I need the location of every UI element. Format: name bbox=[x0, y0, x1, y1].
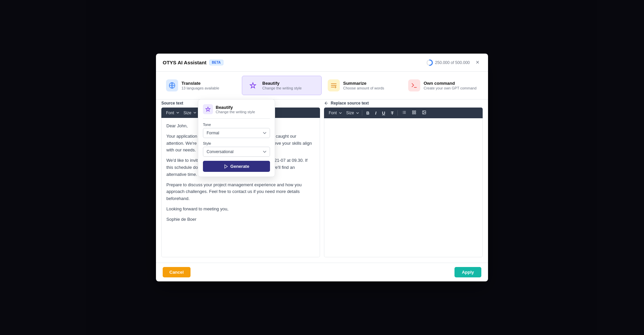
svg-marker-7 bbox=[225, 164, 227, 168]
modal-header: OTYS AI Assistant BETA 250.000 of 500.00… bbox=[156, 54, 488, 72]
tone-select[interactable]: Formal Informal Professional Casual bbox=[203, 128, 270, 138]
replace-bold-btn[interactable]: B bbox=[364, 110, 372, 117]
source-size-select[interactable]: Size bbox=[181, 110, 198, 116]
panel-header-icon bbox=[203, 104, 213, 114]
replace-image-btn[interactable] bbox=[420, 109, 429, 117]
svg-rect-16 bbox=[415, 111, 416, 112]
tool-card-beautify[interactable]: Beautify Change the writing style bbox=[242, 76, 322, 95]
translate-icon bbox=[166, 79, 178, 91]
tool-name-translate: Translate bbox=[181, 81, 219, 86]
tool-name-own: Own command bbox=[424, 81, 477, 86]
source-line5: Looking forward to meeting you, bbox=[166, 206, 315, 213]
modal-overlay: OTYS AI Assistant BETA 250.000 of 500.00… bbox=[0, 0, 644, 335]
replace-tb-sep2 bbox=[397, 110, 398, 116]
replace-toolbar: Font Size B I U T bbox=[324, 108, 483, 118]
svg-rect-18 bbox=[415, 113, 416, 114]
replace-label-text: Replace source text bbox=[331, 101, 369, 106]
tool-desc-summarize: Choose amount of words bbox=[343, 86, 384, 90]
source-font-select[interactable]: Font bbox=[164, 110, 180, 116]
replace-grid-btn[interactable] bbox=[410, 109, 419, 117]
replace-underline-btn[interactable]: U bbox=[380, 110, 387, 117]
tone-label: Tone bbox=[203, 123, 270, 127]
tool-card-translate[interactable]: Translate 13 languages available bbox=[161, 76, 240, 95]
style-label: Style bbox=[203, 141, 270, 145]
cancel-button[interactable]: Cancel bbox=[163, 267, 191, 277]
replace-tb-sep1 bbox=[362, 110, 362, 116]
panel-header: Beautify Change the writing style bbox=[203, 104, 270, 119]
style-select[interactable]: Conversational Descriptive Persuasive Na… bbox=[203, 147, 270, 157]
own-icon bbox=[408, 79, 420, 91]
tool-name-summarize: Summarize bbox=[343, 81, 384, 86]
tool-desc-own: Create your own GPT command bbox=[424, 86, 477, 90]
image-icon bbox=[422, 110, 426, 115]
tone-field: Tone Formal Informal Professional Casual bbox=[203, 123, 270, 138]
apply-button[interactable]: Apply bbox=[454, 267, 481, 277]
svg-rect-17 bbox=[413, 113, 414, 114]
generate-icon bbox=[224, 164, 228, 169]
panel-header-text: Beautify Change the writing style bbox=[216, 105, 255, 114]
tool-text-own: Own command Create your own GPT command bbox=[424, 81, 477, 90]
usage-icon bbox=[426, 59, 433, 66]
tool-desc-beautify: Change the writing style bbox=[262, 86, 302, 90]
replace-editor-body[interactable] bbox=[324, 118, 483, 257]
header-right: 250.000 of 500.000 × bbox=[426, 58, 481, 67]
tool-card-own[interactable]: Own command Create your own GPT command bbox=[404, 76, 483, 95]
style-field: Style Conversational Descriptive Persuas… bbox=[203, 141, 270, 157]
usage-text: 250.000 of 500.000 bbox=[435, 60, 470, 65]
grid-icon bbox=[412, 110, 416, 115]
panel-subtitle: Change the writing style bbox=[216, 110, 255, 114]
close-button[interactable]: × bbox=[474, 58, 481, 67]
svg-rect-15 bbox=[413, 111, 414, 112]
list-icon bbox=[402, 110, 406, 115]
beta-badge: BETA bbox=[209, 60, 223, 65]
replace-pane: Replace source text Font Size B I U T bbox=[324, 99, 483, 257]
source-line4: Prepare to discuss your project manageme… bbox=[166, 182, 315, 202]
tool-desc-translate: 13 languages available bbox=[181, 86, 219, 90]
usage-info: 250.000 of 500.000 bbox=[426, 59, 470, 66]
tools-row: Translate 13 languages available Beautif… bbox=[156, 72, 488, 99]
modal: OTYS AI Assistant BETA 250.000 of 500.00… bbox=[156, 54, 488, 281]
panel-title: Beautify bbox=[216, 105, 255, 110]
replace-strike-btn[interactable]: T bbox=[388, 110, 396, 117]
generate-label: Generate bbox=[230, 164, 249, 169]
tool-text-summarize: Summarize Choose amount of words bbox=[343, 81, 384, 90]
svg-point-20 bbox=[423, 112, 424, 112]
replace-list-btn[interactable] bbox=[399, 109, 409, 117]
tool-name-beautify: Beautify bbox=[262, 81, 302, 86]
replace-arrow-icon bbox=[324, 101, 329, 106]
tool-text-beautify: Beautify Change the writing style bbox=[262, 81, 302, 90]
tool-card-summarize[interactable]: Summarize Choose amount of words bbox=[323, 76, 402, 95]
generate-button[interactable]: Generate bbox=[203, 161, 270, 172]
modal-title: OTYS AI Assistant bbox=[163, 60, 207, 65]
source-line6: Sophie de Boer bbox=[166, 216, 315, 223]
beautify-panel: Beautify Change the writing style Tone F… bbox=[198, 99, 275, 177]
summarize-icon bbox=[328, 79, 340, 91]
tool-text-translate: Translate 13 languages available bbox=[181, 81, 219, 90]
replace-font-select[interactable]: Font bbox=[327, 110, 343, 116]
replace-pane-label: Replace source text bbox=[324, 99, 483, 106]
replace-italic-btn[interactable]: I bbox=[373, 110, 379, 117]
modal-footer: Cancel Apply bbox=[156, 263, 488, 281]
beautify-icon bbox=[247, 79, 259, 91]
replace-size-select[interactable]: Size bbox=[344, 110, 360, 116]
